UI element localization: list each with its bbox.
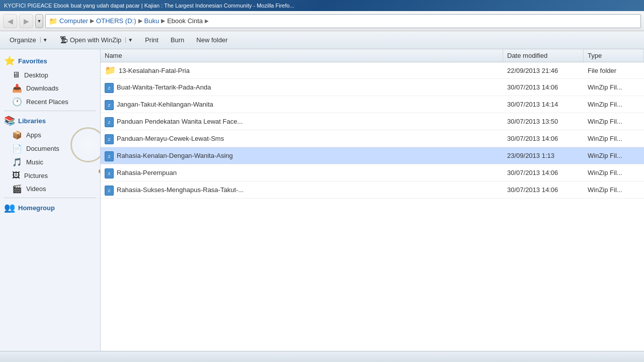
libraries-icon: 📚 bbox=[4, 115, 15, 126]
sidebar-item-recent-places[interactable]: 🕐 Recent Places bbox=[0, 95, 100, 109]
burn-button[interactable]: Burn bbox=[165, 33, 190, 47]
open-with-arrow[interactable]: ▼ bbox=[125, 37, 133, 43]
desktop-icon: 🖥 bbox=[12, 70, 20, 79]
breadcrumb-sep-3: ▶ bbox=[161, 18, 165, 24]
zip-icon: Z bbox=[105, 116, 114, 127]
sidebar-section-homegroup: 👥 Homegroup bbox=[0, 200, 100, 215]
file-list-header: Name Date modified Type bbox=[101, 49, 644, 62]
music-icon: 🎵 bbox=[12, 157, 22, 167]
documents-label: Documents bbox=[26, 145, 59, 152]
music-label: Music bbox=[26, 158, 43, 166]
forward-button[interactable]: ▶ bbox=[19, 14, 33, 28]
documents-icon: 📄 bbox=[12, 144, 22, 153]
breadcrumb-ebook-cinta[interactable]: Ebook Cinta bbox=[167, 17, 203, 25]
organize-button[interactable]: Organize ▼ bbox=[4, 33, 53, 47]
sidebar-section-favorites-header[interactable]: ⭐ Favorites bbox=[0, 53, 100, 68]
col-header-type[interactable]: Type bbox=[584, 49, 644, 62]
sidebar-divider-1 bbox=[4, 111, 96, 111]
zip-icon: Z bbox=[105, 99, 114, 110]
zip-icon: Z bbox=[105, 150, 114, 161]
table-row[interactable]: Z Buat-Wanita-Tertarik-Pada-Anda 30/07/2… bbox=[101, 79, 644, 96]
file-date-cell: 30/07/2013 14:06 bbox=[503, 166, 584, 179]
history-dropdown[interactable]: ▼ bbox=[35, 14, 43, 28]
apps-icon: 📦 bbox=[12, 130, 22, 140]
breadcrumb-buku[interactable]: Buku bbox=[144, 17, 159, 25]
organize-arrow[interactable]: ▼ bbox=[40, 37, 48, 43]
downloads-icon: 📥 bbox=[12, 83, 22, 93]
sidebar-item-videos[interactable]: 🎬 Videos bbox=[0, 182, 100, 196]
file-type-cell: WinZip Fil... bbox=[584, 115, 644, 128]
table-row[interactable]: Z Panduan-Merayu-Cewek-Lewat-Sms 30/07/2… bbox=[101, 130, 644, 147]
sidebar-item-pictures[interactable]: 🖼 Pictures bbox=[0, 169, 100, 182]
back-button[interactable]: ◀ bbox=[3, 14, 17, 28]
sidebar-item-downloads[interactable]: 📥 Downloads bbox=[0, 81, 100, 95]
table-row[interactable]: Z Panduan Pendekatan Wanita Lewat Face..… bbox=[101, 113, 644, 130]
breadcrumb-sep-2: ▶ bbox=[138, 18, 142, 24]
table-row[interactable]: 📁 13-Kesalahan-Fatal-Pria 22/09/2013 21:… bbox=[101, 62, 644, 79]
new-folder-button[interactable]: New folder bbox=[191, 33, 233, 47]
table-row[interactable]: Z Rahasia-Sukses-Menghapus-Rasa-Takut-..… bbox=[101, 182, 644, 199]
file-name-cell: Z Rahasia-Perempuan bbox=[101, 164, 503, 181]
file-date-cell: 30/07/2013 13:50 bbox=[503, 115, 584, 128]
pictures-label: Pictures bbox=[24, 172, 48, 179]
file-rows-container: 📁 13-Kesalahan-Fatal-Pria 22/09/2013 21:… bbox=[101, 62, 644, 199]
folder-icon: 📁 bbox=[49, 17, 57, 25]
apps-label: Apps bbox=[26, 131, 41, 139]
breadcrumb-others[interactable]: OTHERS (D:) bbox=[96, 17, 136, 25]
breadcrumb-computer[interactable]: Computer bbox=[59, 17, 88, 25]
recent-places-label: Recent Places bbox=[26, 98, 68, 106]
sidebar: ⭐ Favorites 🖥 Desktop 📥 Downloads 🕐 Rece… bbox=[0, 49, 101, 351]
sidebar-section-homegroup-header[interactable]: 👥 Homegroup bbox=[0, 200, 100, 215]
file-date-cell: 30/07/2013 14:06 bbox=[503, 132, 584, 145]
title-bar: KYCFICI PIGEACE Ebook buat yang udah dap… bbox=[0, 0, 644, 11]
file-name: Panduan-Merayu-Cewek-Lewat-Sms bbox=[117, 135, 224, 142]
file-name-cell: Z Rahasia-Kenalan-Dengan-Wanita-Asing bbox=[101, 147, 503, 164]
file-date-cell: 30/07/2013 14:14 bbox=[503, 98, 584, 111]
file-date-cell: 30/07/2013 14:06 bbox=[503, 184, 584, 196]
file-area: Name Date modified Type 📁 13-Kesalahan-F… bbox=[101, 49, 644, 351]
favorites-icon: ⭐ bbox=[4, 55, 15, 66]
status-bar bbox=[0, 351, 644, 362]
file-name: Buat-Wanita-Tertarik-Pada-Anda bbox=[117, 83, 211, 91]
file-name: Panduan Pendekatan Wanita Lewat Face... bbox=[117, 118, 243, 125]
pictures-icon: 🖼 bbox=[12, 171, 20, 180]
file-type-cell: WinZip Fil... bbox=[584, 184, 644, 196]
winzip-icon: 🗜 bbox=[60, 36, 68, 45]
table-row[interactable]: Z Rahasia-Perempuan 30/07/2013 14:06 Win… bbox=[101, 164, 644, 182]
zip-icon: Z bbox=[105, 133, 114, 144]
homegroup-label: Homegroup bbox=[18, 204, 55, 212]
print-button[interactable]: Print bbox=[139, 33, 164, 47]
open-with-winzip-button[interactable]: 🗜 Open with WinZip ▼ bbox=[54, 33, 139, 47]
file-name: Rahasia-Perempuan bbox=[117, 169, 177, 176]
sidebar-item-desktop[interactable]: 🖥 Desktop bbox=[0, 68, 100, 81]
file-name: Rahasia-Sukses-Menghapus-Rasa-Takut-... bbox=[117, 186, 244, 194]
file-name-cell: Z Jangan-Takut-Kehilangan-Wanita bbox=[101, 96, 503, 113]
zip-icon: Z bbox=[105, 167, 114, 178]
zip-icon: Z bbox=[105, 81, 114, 93]
breadcrumb-sep-1: ▶ bbox=[90, 18, 94, 24]
sidebar-item-apps[interactable]: 📦 Apps bbox=[0, 128, 100, 142]
toolbar: Organize ▼ 🗜 Open with WinZip ▼ Print Bu… bbox=[0, 31, 644, 49]
file-date-cell: 23/09/2013 1:13 bbox=[503, 149, 584, 162]
file-name: Jangan-Takut-Kehilangan-Wanita bbox=[117, 101, 213, 108]
table-row[interactable]: Z Rahasia-Kenalan-Dengan-Wanita-Asing 23… bbox=[101, 147, 644, 164]
file-name-cell: Z Buat-Wanita-Tertarik-Pada-Anda bbox=[101, 79, 503, 96]
recent-places-icon: 🕐 bbox=[12, 97, 22, 107]
videos-label: Videos bbox=[26, 185, 46, 193]
breadcrumb-bar: 📁 Computer ▶ OTHERS (D:) ▶ Buku ▶ Ebook … bbox=[45, 14, 641, 28]
zip-icon: Z bbox=[105, 184, 114, 196]
sidebar-divider-2 bbox=[4, 198, 96, 198]
breadcrumb-end-arrow: ▶ bbox=[205, 18, 209, 24]
main-area: ⭐ Favorites 🖥 Desktop 📥 Downloads 🕐 Rece… bbox=[0, 49, 644, 351]
sidebar-section-libraries-header[interactable]: 📚 Libraries bbox=[0, 113, 100, 128]
favorites-label: Favorites bbox=[18, 57, 47, 65]
col-header-name[interactable]: Name bbox=[101, 49, 503, 62]
address-bar: ◀ ▶ ▼ 📁 Computer ▶ OTHERS (D:) ▶ Buku ▶ … bbox=[0, 11, 644, 31]
libraries-label: Libraries bbox=[18, 117, 46, 125]
file-name-cell: Z Panduan Pendekatan Wanita Lewat Face..… bbox=[101, 113, 503, 130]
sidebar-section-libraries: 📚 Libraries 📦 Apps 📄 Documents 🎵 Music 🖼… bbox=[0, 113, 100, 196]
sidebar-item-music[interactable]: 🎵 Music bbox=[0, 155, 100, 169]
sidebar-item-documents[interactable]: 📄 Documents bbox=[0, 142, 100, 155]
table-row[interactable]: Z Jangan-Takut-Kehilangan-Wanita 30/07/2… bbox=[101, 96, 644, 113]
col-header-date[interactable]: Date modified bbox=[503, 49, 584, 62]
